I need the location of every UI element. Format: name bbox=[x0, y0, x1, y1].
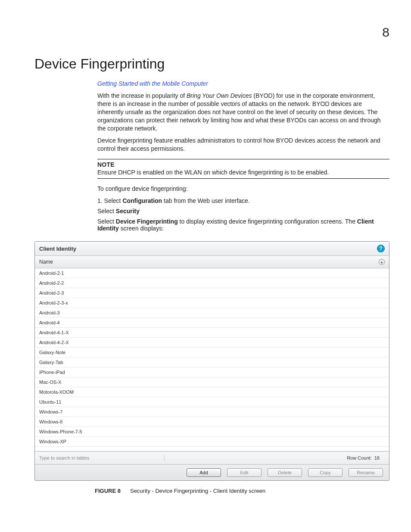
table-row[interactable]: Windows-7 bbox=[35, 407, 389, 417]
figure-caption: FIGURE 8Security - Device Fingerprinting… bbox=[95, 488, 389, 494]
table-row[interactable]: Motorola-XOOM bbox=[35, 387, 389, 397]
text-bold: Device Fingerprinting bbox=[116, 218, 178, 225]
row-count-value: 18 bbox=[374, 455, 380, 460]
row-count-label: Row Count: bbox=[347, 455, 371, 460]
client-identity-panel: Client Identity ? Name ▲ Android-2-1 And… bbox=[34, 241, 389, 481]
figure-text: Security - Device Fingerprinting - Clien… bbox=[130, 488, 265, 494]
table-row[interactable]: Windows-XP bbox=[35, 437, 389, 447]
row-count: Row Count: 18 bbox=[347, 455, 385, 460]
text: to display existing device fingerprintin… bbox=[178, 218, 357, 225]
table-row[interactable]: Galaxy-Note bbox=[35, 348, 389, 358]
table-row[interactable]: Ubuntu-11 bbox=[35, 397, 389, 407]
table-row[interactable]: Android-2-1 bbox=[35, 268, 389, 278]
note-block: NOTE Ensure DHCP is enabled on the WLAN … bbox=[97, 159, 389, 179]
rename-button[interactable]: Rename bbox=[349, 468, 383, 477]
delete-button[interactable]: Delete bbox=[268, 468, 302, 477]
step-2: Select Security bbox=[97, 208, 389, 215]
help-icon[interactable]: ? bbox=[377, 245, 385, 252]
table-row[interactable]: Android-2-2 bbox=[35, 278, 389, 288]
step-3: Select Device Fingerprinting to display … bbox=[97, 218, 389, 232]
spacer bbox=[35, 447, 389, 451]
table-search-input[interactable]: Type to search in tables bbox=[39, 454, 165, 461]
note-label: NOTE bbox=[97, 161, 389, 168]
sort-asc-icon[interactable]: ▲ bbox=[379, 259, 385, 265]
edit-button[interactable]: Edit bbox=[227, 468, 262, 477]
text: tab from the Web user interface. bbox=[162, 197, 250, 204]
chapter-number: 8 bbox=[382, 25, 389, 40]
text-bold: Security bbox=[116, 208, 140, 215]
table-row[interactable]: Android-2-3-x bbox=[35, 298, 389, 308]
text-bold: Configuration bbox=[122, 197, 162, 204]
text-emph: Bring Your Own Devices bbox=[187, 92, 252, 99]
table-row[interactable]: Galaxy-Tab bbox=[35, 358, 389, 367]
add-button[interactable]: Add bbox=[187, 468, 221, 477]
text: screen displays: bbox=[119, 225, 164, 232]
copy-button[interactable]: Copy bbox=[308, 468, 342, 477]
figure-number: FIGURE 8 bbox=[95, 488, 121, 494]
getting-started-link[interactable]: Getting Started with the Mobile Computer bbox=[97, 80, 208, 87]
table-row[interactable]: Android-3 bbox=[35, 308, 389, 318]
table-row[interactable]: Android-4 bbox=[35, 318, 389, 328]
configure-lead: To configure device fingerprinting: bbox=[97, 185, 389, 193]
text: 1. Select bbox=[97, 197, 122, 204]
table-row[interactable]: Android-4-2-X bbox=[35, 338, 389, 348]
note-text: Ensure DHCP is enabled on the WLAN on wh… bbox=[97, 169, 389, 176]
panel-title: Client Identity bbox=[39, 246, 76, 252]
text: With the increase in popularity of bbox=[97, 92, 187, 99]
text: Select bbox=[97, 208, 116, 215]
step-1: 1. Select Configuration tab from the Web… bbox=[97, 197, 389, 204]
intro-para-1: With the increase in popularity of Bring… bbox=[97, 92, 389, 132]
intro-para-2: Device fingerprinting feature enables ad… bbox=[97, 137, 389, 153]
column-header-name[interactable]: Name bbox=[39, 259, 53, 265]
table-row[interactable]: iPhone-iPad bbox=[35, 367, 389, 377]
table-row[interactable]: Android-4-1-X bbox=[35, 328, 389, 338]
button-bar: Add Edit Delete Copy Rename bbox=[35, 464, 389, 480]
table-row[interactable]: Windows-Phone-7-5 bbox=[35, 427, 389, 437]
table-body: Android-2-1 Android-2-2 Android-2-3 Andr… bbox=[35, 268, 389, 451]
page-title: Device Fingerprinting bbox=[34, 56, 389, 72]
text: Select bbox=[97, 218, 116, 225]
table-row[interactable]: Windows-8 bbox=[35, 417, 389, 427]
table-row[interactable]: Android-2-3 bbox=[35, 288, 389, 298]
table-row[interactable]: Mac-OS-X bbox=[35, 377, 389, 387]
